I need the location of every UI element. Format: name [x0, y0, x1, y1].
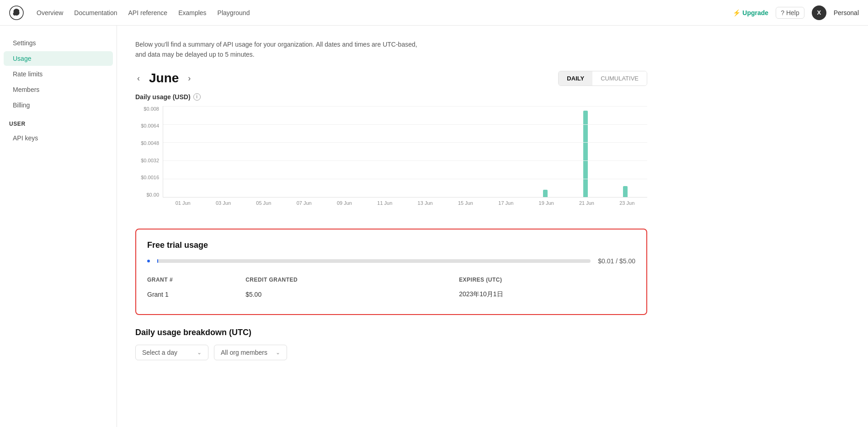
x-label-3: 07 Jun: [284, 200, 324, 206]
info-icon: i: [193, 93, 201, 101]
progress-amount: $0.01 / $5.00: [598, 257, 635, 265]
help-circle-icon: ?: [781, 9, 784, 16]
month-title: June: [149, 71, 179, 85]
help-button[interactable]: ? Help: [776, 7, 804, 19]
bar-9: [543, 190, 548, 197]
chart-bars: [163, 106, 647, 197]
y-label-5: $0.00: [146, 192, 159, 197]
x-label-6: 13 Jun: [405, 200, 445, 206]
progress-bar-fill: [157, 259, 158, 263]
grant-expires: 2023年10月1日: [450, 286, 635, 303]
toggle-daily-button[interactable]: DAILY: [559, 71, 592, 85]
x-label-7: 15 Jun: [445, 200, 485, 206]
progress-dot: [147, 260, 150, 262]
bar-group-8: [485, 106, 526, 197]
top-nav: Overview Documentation API reference Exa…: [0, 0, 868, 26]
sidebar-item-rate-limits[interactable]: Rate limits: [4, 67, 113, 81]
grants-table: GRANT # CREDIT GRANTED EXPIRES (UTC) Gra…: [147, 274, 635, 303]
select-members-dropdown[interactable]: All org members ⌄: [214, 345, 287, 360]
y-label-2: $0.0048: [141, 140, 159, 146]
x-label-11: 23 Jun: [607, 200, 647, 206]
sidebar-item-api-keys[interactable]: API keys: [4, 131, 113, 145]
nav-playground[interactable]: Playground: [218, 9, 250, 16]
x-label-2: 05 Jun: [244, 200, 284, 206]
layout: Settings Usage Rate limits Members Billi…: [0, 26, 868, 427]
bar-group-6: [405, 106, 445, 197]
next-month-button[interactable]: ›: [186, 72, 192, 85]
x-label-1: 03 Jun: [203, 200, 243, 206]
nav-links: Overview Documentation API reference Exa…: [37, 9, 250, 16]
openai-logo: [9, 5, 24, 20]
sidebar: Settings Usage Rate limits Members Billi…: [0, 26, 117, 427]
col-credit-granted: CREDIT GRANTED: [236, 274, 450, 286]
nav-documentation[interactable]: Documentation: [74, 9, 117, 16]
upgrade-button[interactable]: ⚡ Upgrade: [733, 9, 768, 16]
x-axis-labels: 01 Jun 03 Jun 05 Jun 07 Jun 09 Jun 11 Ju…: [135, 200, 647, 206]
y-label-0: $0.008: [144, 106, 159, 112]
chart-header: ‹ June › DAILY CUMULATIVE: [135, 71, 647, 86]
chart-label: Daily usage (USD) i: [135, 93, 647, 101]
x-label-10: 21 Jun: [566, 200, 607, 206]
prev-month-button[interactable]: ‹: [135, 72, 142, 85]
grant-amount: $5.00: [236, 286, 450, 303]
chart-area: [163, 106, 647, 197]
bar-group-11: [605, 106, 645, 197]
bar-group-4: [325, 106, 365, 197]
toggle-cumulative-button[interactable]: CUMULATIVE: [592, 71, 647, 85]
grant-id: Grant 1: [147, 286, 236, 303]
sidebar-user-section: USER: [0, 113, 117, 130]
breakdown-title: Daily usage breakdown (UTC): [135, 328, 647, 337]
nav-overview[interactable]: Overview: [37, 9, 63, 16]
sidebar-item-members[interactable]: Members: [4, 82, 113, 97]
bar-group-7: [445, 106, 485, 197]
main-description: Below you'll find a summary of API usage…: [135, 39, 647, 60]
user-name[interactable]: Personal: [834, 9, 859, 16]
free-trial-title: Free trial usage: [147, 240, 635, 250]
progress-bar: [157, 259, 591, 263]
bar-group-3: [285, 106, 325, 197]
bar-group-10: [565, 106, 606, 197]
month-nav: ‹ June ›: [135, 71, 192, 85]
sidebar-item-settings[interactable]: Settings: [4, 36, 113, 50]
y-label-3: $0.0032: [141, 158, 159, 163]
sidebar-item-billing[interactable]: Billing: [4, 98, 113, 112]
gridline-4: [163, 179, 647, 179]
table-row: Grant 1 $5.00 2023年10月1日: [147, 286, 635, 303]
bar-11: [623, 186, 628, 197]
progress-row: $0.01 / $5.00: [147, 257, 635, 265]
gridline-3: [163, 160, 647, 161]
x-label-4: 09 Jun: [324, 200, 364, 206]
y-label-4: $0.0016: [141, 175, 159, 180]
nav-examples[interactable]: Examples: [178, 9, 206, 16]
gridline-1: [163, 124, 647, 125]
user-avatar[interactable]: X: [812, 5, 826, 20]
bar-group-1: [205, 106, 245, 197]
chart-toggle: DAILY CUMULATIVE: [558, 71, 647, 86]
bar-10: [583, 111, 588, 197]
col-expires: EXPIRES (UTC): [450, 274, 635, 286]
chart-container: $0.008 $0.0064 $0.0048 $0.0032 $0.0016 $…: [135, 106, 647, 216]
chevron-down-icon-2: ⌄: [276, 349, 280, 356]
chevron-down-icon: ⌄: [197, 349, 202, 356]
nav-api-reference[interactable]: API reference: [128, 9, 168, 16]
select-members-label: All org members: [221, 349, 267, 356]
x-label-5: 11 Jun: [365, 200, 405, 206]
nav-right: ⚡ Upgrade ? Help X Personal: [733, 5, 859, 20]
select-day-label: Select a day: [142, 349, 177, 356]
y-axis-labels: $0.008 $0.0064 $0.0048 $0.0032 $0.0016 $…: [135, 106, 163, 197]
main-content: Below you'll find a summary of API usage…: [117, 26, 666, 427]
gridline-0: [163, 106, 647, 107]
x-label-0: 01 Jun: [163, 200, 203, 206]
lightning-icon: ⚡: [733, 9, 740, 16]
select-day-dropdown[interactable]: Select a day ⌄: [135, 345, 208, 360]
sidebar-item-usage[interactable]: Usage: [4, 51, 113, 66]
gridline-2: [163, 142, 647, 143]
x-label-8: 17 Jun: [486, 200, 526, 206]
bar-group-5: [365, 106, 405, 197]
filter-row: Select a day ⌄ All org members ⌄: [135, 345, 647, 360]
bar-group-0: [165, 106, 205, 197]
free-trial-box: Free trial usage $0.01 / $5.00 GRANT # C…: [135, 229, 647, 315]
x-label-9: 19 Jun: [526, 200, 566, 206]
bar-group-2: [245, 106, 285, 197]
col-grant-num: GRANT #: [147, 274, 236, 286]
